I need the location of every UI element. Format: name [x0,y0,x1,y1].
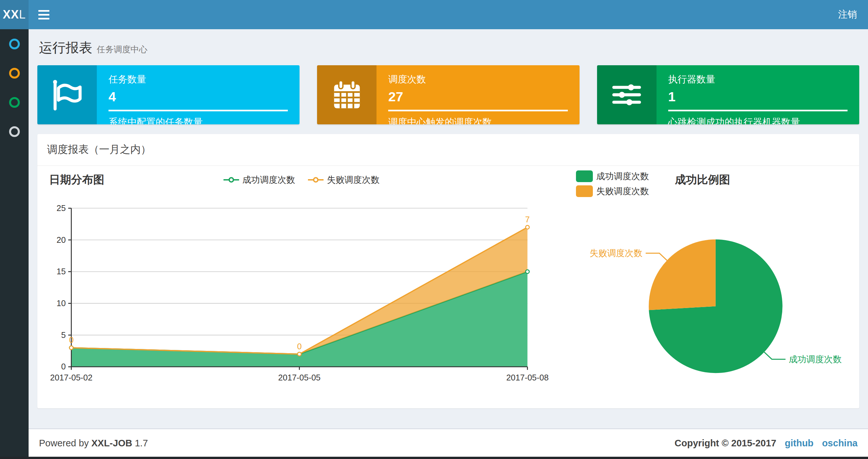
window-bottom-edge [0,457,868,459]
copyright-text: Copyright © 2015-2017 [675,438,776,448]
sidebar-item-menu-executors[interactable] [0,88,29,117]
legend-item-success[interactable]: 成功调度次数 [576,170,649,182]
line-chart-legend: 成功调度次数 失败调度次数 [223,174,379,186]
line-chart-svg: 05101520252017-05-022017-05-052017-05-08… [41,194,562,393]
legend-item-fail[interactable]: 失败调度次数 [308,174,379,186]
page-subtitle: 任务调度中心 [97,44,148,54]
line-chart-column: 日期分布图 成功调度次数 失败调度次数 05101520252017-05-02… [41,166,562,406]
panel-body: 日期分布图 成功调度次数 失败调度次数 05101520252017-05-02… [37,166,859,408]
legend-item-success[interactable]: 成功调度次数 [223,174,295,186]
svg-text:0: 0 [69,335,73,345]
card-progress-line [668,110,847,111]
card-progress-line [388,110,567,111]
pie-chart-column: 成功调度次数 失败调度次数 成功比例图 成功调度次数失败调度次数 [562,166,856,406]
card-value: 27 [388,89,567,104]
fail-line-marker-icon [308,179,323,181]
card-title: 任务数量 [108,73,288,86]
svg-text:2017-05-08: 2017-05-08 [506,373,548,382]
logout-link[interactable]: 注销 [827,0,868,29]
svg-text:失败调度次数: 失败调度次数 [590,248,643,258]
navbar-spacer [58,0,827,29]
page-footer: Powered by XXL-JOB 1.7 Copyright © 2015-… [29,428,868,457]
sidebar-item-menu-dashboard[interactable] [0,29,29,59]
main-content: 运行报表任务调度中心 任务数量 4 系统中配置的任务数量 [29,0,868,408]
calendar-icon [317,65,376,124]
svg-text:10: 10 [57,299,66,308]
flag-icon [37,65,97,124]
svg-text:7: 7 [525,215,530,224]
content-header: 运行报表任务调度中心 [29,29,868,62]
fail-square-marker-icon [576,185,593,197]
card-progress-line [108,110,288,111]
github-link[interactable]: github [785,438,814,448]
oschina-link[interactable]: oschina [822,438,858,448]
card-description: 调度中心触发的调度次数 [388,116,567,124]
card-title: 调度次数 [388,73,567,86]
svg-text:20: 20 [57,235,66,244]
circle-icon [9,126,20,137]
hamburger-icon [38,10,50,12]
sliders-icon [597,65,656,124]
logo-text-light: L [19,8,26,22]
circle-icon [9,68,20,78]
card-job-count: 任务数量 4 系统中配置的任务数量 [37,65,300,124]
card-description: 系统中配置的任务数量 [108,116,288,124]
card-value: 1 [668,89,847,104]
sidebar-toggle-button[interactable] [29,0,58,29]
circle-icon [9,39,20,50]
circle-icon [9,97,20,108]
card-value: 4 [108,89,288,104]
success-square-marker-icon [576,170,593,182]
line-chart-title: 日期分布图 [49,172,104,187]
card-executor-count: 执行器数量 1 心跳检测成功的执行器机器数量 [597,65,859,124]
app-logo[interactable]: XXL [0,0,29,29]
report-panel: 调度报表（一月之内） 日期分布图 成功调度次数 失败调度次数 [37,134,859,408]
svg-text:成功调度次数: 成功调度次数 [789,354,842,364]
pie-chart-title: 成功比例图 [675,172,730,187]
svg-text:0: 0 [61,362,66,371]
sidebar-item-menu-jobs[interactable] [0,59,29,88]
svg-text:5: 5 [61,330,66,339]
powered-by-text: Powered by XXL-JOB 1.7 [39,438,148,449]
logo-text-bold: XX [3,8,19,22]
pie-chart-legend: 成功调度次数 失败调度次数 [571,170,649,197]
panel-header: 调度报表（一月之内） [37,134,859,166]
sidebar-item-menu-help[interactable] [0,117,29,146]
success-line-marker-icon [223,179,239,181]
pie-chart-svg: 成功调度次数失败调度次数 [562,194,856,406]
svg-text:25: 25 [57,203,66,212]
svg-text:2017-05-02: 2017-05-02 [50,373,92,382]
svg-text:2017-05-05: 2017-05-05 [278,373,320,382]
card-description: 心跳检测成功的执行器机器数量 [668,116,847,124]
svg-text:15: 15 [57,267,66,276]
top-navbar: XXL 注销 [0,0,868,29]
card-title: 执行器数量 [668,73,847,86]
legend-item-fail[interactable]: 失败调度次数 [576,185,649,197]
card-trigger-count: 调度次数 27 调度中心触发的调度次数 [317,65,579,124]
svg-text:0: 0 [297,342,302,351]
sidebar [0,29,29,459]
stat-cards-row: 任务数量 4 系统中配置的任务数量 [37,65,859,124]
page-title: 运行报表 [39,40,92,55]
